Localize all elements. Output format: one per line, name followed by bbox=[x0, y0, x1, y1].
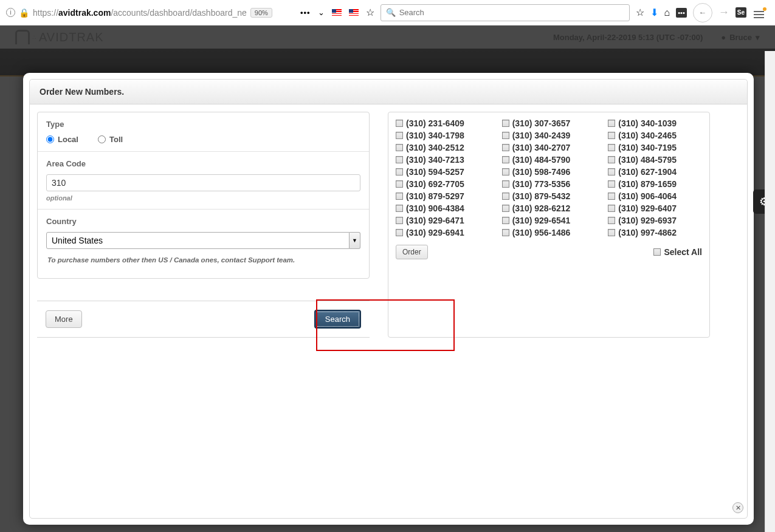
star-icon[interactable]: ☆ bbox=[366, 7, 374, 18]
number-item[interactable]: (310) 929-6407 bbox=[608, 203, 702, 213]
select-all[interactable]: Select All bbox=[653, 247, 702, 257]
selenium-icon[interactable]: Se bbox=[735, 7, 746, 18]
number-item[interactable]: (310) 231-6409 bbox=[396, 118, 490, 128]
page-actions: ••• ⌄ ☆ bbox=[297, 7, 378, 18]
number-item[interactable]: (310) 340-2439 bbox=[502, 131, 596, 140]
bookmark-star-icon[interactable]: ☆ bbox=[636, 7, 644, 18]
phone-number: (310) 307-3657 bbox=[512, 118, 571, 128]
purchase-note: To purchase numbers other then US / Cana… bbox=[46, 256, 360, 271]
phone-number: (310) 598-7496 bbox=[512, 167, 571, 177]
number-item[interactable]: (310) 879-1659 bbox=[608, 179, 702, 189]
results-panel: (310) 231-6409 (310) 307-3657 (310) 340-… bbox=[388, 112, 710, 338]
number-item[interactable]: (310) 340-7213 bbox=[396, 155, 490, 165]
phone-number: (310) 340-2439 bbox=[512, 131, 571, 140]
forward-button: → bbox=[715, 6, 733, 19]
url-text: https://avidtrak.com/accounts/dashboard/… bbox=[33, 8, 247, 18]
toolbar-icons: ☆ ⬇ ⌂ ••• bbox=[632, 7, 691, 18]
back-button[interactable]: ← bbox=[693, 3, 712, 22]
menu-icon bbox=[754, 14, 764, 15]
close-icon: ✕ bbox=[735, 504, 741, 512]
number-item[interactable]: (310) 997-4862 bbox=[608, 228, 702, 237]
radio-local[interactable]: Local bbox=[46, 135, 78, 144]
more-icon[interactable]: ••• bbox=[300, 8, 311, 17]
close-button[interactable]: ✕ bbox=[732, 502, 743, 513]
home-icon[interactable]: ⌂ bbox=[664, 7, 670, 18]
app-icon[interactable]: ••• bbox=[676, 8, 687, 18]
number-item[interactable]: (310) 594-5257 bbox=[396, 167, 490, 177]
phone-number: (310) 879-5432 bbox=[512, 191, 571, 201]
number-item[interactable]: (310) 906-4064 bbox=[608, 191, 702, 201]
phone-number: (310) 692-7705 bbox=[406, 179, 464, 189]
number-item[interactable]: (310) 340-7195 bbox=[608, 143, 702, 152]
url-bar[interactable]: i 🔒 https://avidtrak.com/accounts/dashbo… bbox=[2, 4, 294, 21]
search-bar[interactable]: 🔍 bbox=[381, 4, 630, 21]
number-item[interactable]: (310) 879-5432 bbox=[502, 191, 596, 201]
number-item[interactable]: (310) 484-5790 bbox=[502, 155, 596, 165]
order-button[interactable]: Order bbox=[396, 245, 428, 259]
phone-number: (310) 929-6471 bbox=[406, 216, 464, 225]
phone-number: (310) 906-4384 bbox=[406, 203, 464, 213]
download-icon[interactable]: ⬇ bbox=[650, 7, 658, 18]
arrow-left-icon: ← bbox=[698, 8, 706, 17]
zoom-level[interactable]: 90% bbox=[250, 8, 272, 18]
number-item[interactable]: (310) 598-7496 bbox=[502, 167, 596, 177]
phone-number: (310) 594-5257 bbox=[406, 167, 464, 177]
page-content: ∴ AVIDTRAK Monday, April-22-2019 5:13 (U… bbox=[0, 26, 775, 532]
modal-title: Order New Numbers. bbox=[30, 80, 747, 104]
number-item[interactable]: (310) 340-2465 bbox=[608, 131, 702, 140]
phone-number: (310) 879-5297 bbox=[406, 191, 464, 201]
number-item[interactable]: (310) 484-5795 bbox=[608, 155, 702, 165]
lock-icon: 🔒 bbox=[19, 8, 29, 18]
phone-number: (310) 906-4064 bbox=[618, 191, 677, 201]
number-item[interactable]: (310) 692-7705 bbox=[396, 179, 490, 189]
area-code-label: Area Code bbox=[46, 159, 360, 168]
country-label: Country bbox=[46, 217, 360, 226]
number-item[interactable]: (310) 929-6541 bbox=[502, 216, 596, 225]
search-input[interactable] bbox=[399, 8, 624, 17]
type-label: Type bbox=[46, 120, 360, 129]
country-select[interactable]: ▼ bbox=[46, 232, 360, 249]
phone-number: (310) 231-6409 bbox=[406, 118, 464, 128]
info-icon[interactable]: i bbox=[6, 8, 15, 17]
menu-button[interactable] bbox=[749, 8, 773, 17]
phone-number: (310) 956-1486 bbox=[512, 228, 571, 237]
phone-number: (310) 340-2707 bbox=[512, 143, 571, 152]
flag-us-icon-2 bbox=[349, 9, 359, 16]
number-item[interactable]: (310) 929-6941 bbox=[396, 228, 490, 237]
number-item[interactable]: (310) 307-3657 bbox=[502, 118, 596, 128]
browser-toolbar: i 🔒 https://avidtrak.com/accounts/dashbo… bbox=[0, 0, 775, 26]
phone-number: (310) 340-7213 bbox=[406, 155, 464, 165]
number-item[interactable]: (310) 627-1904 bbox=[608, 167, 702, 177]
area-code-input[interactable] bbox=[46, 174, 360, 191]
phone-number: (310) 340-2512 bbox=[406, 143, 464, 152]
search-icon: 🔍 bbox=[386, 8, 396, 17]
area-code-hint: optional bbox=[46, 194, 360, 202]
scrollbar[interactable] bbox=[765, 51, 775, 532]
number-item[interactable]: (310) 956-1486 bbox=[502, 228, 596, 237]
number-item[interactable]: (310) 929-6937 bbox=[608, 216, 702, 225]
phone-number: (310) 340-7195 bbox=[618, 143, 677, 152]
number-item[interactable]: (310) 773-5356 bbox=[502, 179, 596, 189]
number-item[interactable]: (310) 340-2707 bbox=[502, 143, 596, 152]
flag-us-icon bbox=[332, 9, 342, 16]
number-item[interactable]: (310) 906-4384 bbox=[396, 203, 490, 213]
number-item[interactable]: (310) 928-6212 bbox=[502, 203, 596, 213]
phone-number: (310) 340-1039 bbox=[618, 118, 677, 128]
number-item[interactable]: (310) 340-2512 bbox=[396, 143, 490, 152]
number-item[interactable]: (310) 340-1039 bbox=[608, 118, 702, 128]
phone-number: (310) 340-2465 bbox=[618, 131, 677, 140]
phone-number: (310) 997-4862 bbox=[618, 228, 677, 237]
number-item[interactable]: (310) 879-5297 bbox=[396, 191, 490, 201]
number-item[interactable]: (310) 340-1798 bbox=[396, 131, 490, 140]
order-numbers-modal: Order New Numbers. Type Local Toll Area … bbox=[23, 73, 754, 525]
phone-number: (310) 929-6541 bbox=[512, 216, 571, 225]
phone-number: (310) 627-1904 bbox=[618, 167, 677, 177]
search-button[interactable]: Search bbox=[314, 310, 361, 329]
phone-number: (310) 484-5790 bbox=[512, 155, 571, 165]
pocket-icon[interactable]: ⌄ bbox=[318, 8, 325, 17]
phone-number: (310) 773-5356 bbox=[512, 179, 571, 189]
more-button[interactable]: More bbox=[46, 310, 82, 328]
radio-toll[interactable]: Toll bbox=[98, 135, 123, 144]
number-item[interactable]: (310) 929-6471 bbox=[396, 216, 490, 225]
chevron-down-icon[interactable]: ▼ bbox=[350, 232, 360, 249]
